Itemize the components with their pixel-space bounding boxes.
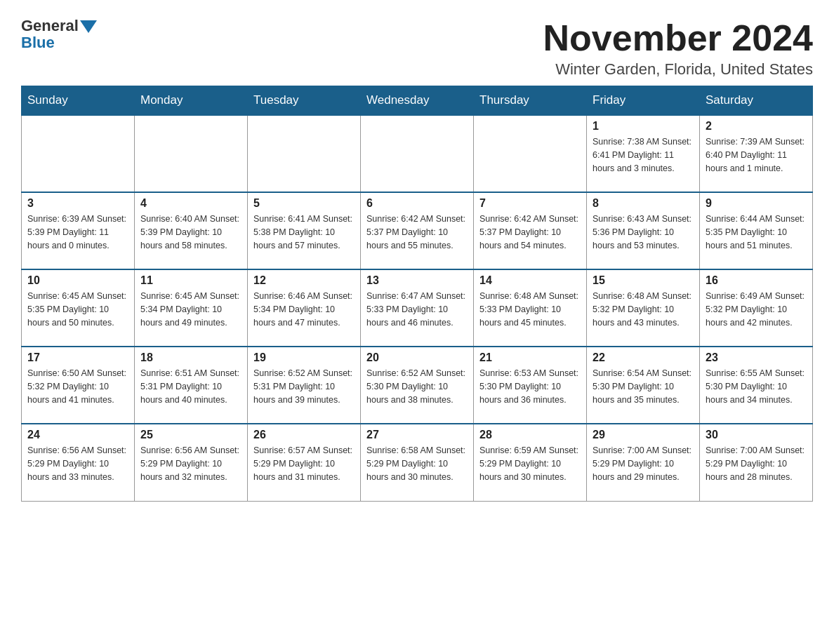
day-info: Sunrise: 6:40 AM Sunset: 5:39 PM Dayligh…	[140, 213, 241, 252]
calendar-title: November 2024	[543, 17, 813, 59]
title-block: November 2024 Winter Garden, Florida, Un…	[543, 17, 813, 79]
header-row: SundayMondayTuesdayWednesdayThursdayFrid…	[22, 86, 813, 116]
calendar-cell: 3Sunrise: 6:39 AM Sunset: 5:39 PM Daylig…	[22, 192, 135, 269]
day-number: 7	[479, 197, 581, 210]
header-monday: Monday	[135, 86, 248, 116]
calendar-cell: 12Sunrise: 6:46 AM Sunset: 5:34 PM Dayli…	[248, 269, 361, 347]
day-info: Sunrise: 6:49 AM Sunset: 5:32 PM Dayligh…	[706, 290, 807, 329]
day-number: 8	[593, 197, 694, 210]
week-row-2: 3Sunrise: 6:39 AM Sunset: 5:39 PM Daylig…	[22, 192, 813, 269]
logo-general: General	[21, 17, 79, 35]
day-info: Sunrise: 6:45 AM Sunset: 5:34 PM Dayligh…	[140, 290, 241, 329]
day-number: 4	[140, 197, 241, 210]
week-row-1: 1Sunrise: 7:38 AM Sunset: 6:41 PM Daylig…	[22, 115, 813, 192]
day-number: 14	[479, 274, 581, 287]
day-info: Sunrise: 6:56 AM Sunset: 5:29 PM Dayligh…	[140, 444, 241, 483]
day-number: 28	[479, 429, 581, 441]
calendar-cell: 14Sunrise: 6:48 AM Sunset: 5:33 PM Dayli…	[474, 269, 587, 347]
day-info: Sunrise: 6:44 AM Sunset: 5:35 PM Dayligh…	[706, 213, 807, 252]
day-info: Sunrise: 6:42 AM Sunset: 5:37 PM Dayligh…	[366, 213, 468, 252]
header-thursday: Thursday	[474, 86, 587, 116]
calendar-cell	[135, 115, 248, 192]
day-number: 16	[706, 274, 807, 287]
calendar-cell: 16Sunrise: 6:49 AM Sunset: 5:32 PM Dayli…	[700, 269, 813, 347]
week-row-3: 10Sunrise: 6:45 AM Sunset: 5:35 PM Dayli…	[22, 269, 813, 347]
calendar-cell: 15Sunrise: 6:48 AM Sunset: 5:32 PM Dayli…	[587, 269, 700, 347]
calendar-cell: 30Sunrise: 7:00 AM Sunset: 5:29 PM Dayli…	[700, 424, 813, 501]
day-number: 25	[140, 429, 241, 441]
calendar-cell	[474, 115, 587, 192]
logo-blue: Blue	[21, 34, 55, 52]
calendar-cell: 24Sunrise: 6:56 AM Sunset: 5:29 PM Dayli…	[22, 424, 135, 501]
day-info: Sunrise: 6:56 AM Sunset: 5:29 PM Dayligh…	[27, 444, 128, 483]
calendar-cell: 26Sunrise: 6:57 AM Sunset: 5:29 PM Dayli…	[248, 424, 361, 501]
week-row-5: 24Sunrise: 6:56 AM Sunset: 5:29 PM Dayli…	[22, 424, 813, 501]
day-number: 23	[706, 351, 807, 364]
day-number: 15	[593, 274, 694, 287]
header-tuesday: Tuesday	[248, 86, 361, 116]
day-info: Sunrise: 6:53 AM Sunset: 5:30 PM Dayligh…	[479, 367, 581, 406]
day-info: Sunrise: 6:42 AM Sunset: 5:37 PM Dayligh…	[479, 213, 581, 252]
calendar-cell: 23Sunrise: 6:55 AM Sunset: 5:30 PM Dayli…	[700, 347, 813, 424]
day-number: 6	[366, 197, 468, 210]
day-number: 10	[27, 274, 128, 287]
week-row-4: 17Sunrise: 6:50 AM Sunset: 5:32 PM Dayli…	[22, 347, 813, 424]
day-info: Sunrise: 7:38 AM Sunset: 6:41 PM Dayligh…	[593, 135, 694, 175]
day-info: Sunrise: 6:48 AM Sunset: 5:32 PM Dayligh…	[593, 290, 694, 329]
day-number: 17	[27, 351, 128, 364]
day-number: 5	[253, 197, 355, 210]
calendar-cell: 2Sunrise: 7:39 AM Sunset: 6:40 PM Daylig…	[700, 115, 813, 192]
calendar-cell: 27Sunrise: 6:58 AM Sunset: 5:29 PM Dayli…	[361, 424, 474, 501]
calendar-cell: 10Sunrise: 6:45 AM Sunset: 5:35 PM Dayli…	[22, 269, 135, 347]
header-friday: Friday	[587, 86, 700, 116]
calendar-cell: 28Sunrise: 6:59 AM Sunset: 5:29 PM Dayli…	[474, 424, 587, 501]
calendar-cell: 22Sunrise: 6:54 AM Sunset: 5:30 PM Dayli…	[587, 347, 700, 424]
header-wednesday: Wednesday	[361, 86, 474, 116]
calendar-cell: 4Sunrise: 6:40 AM Sunset: 5:39 PM Daylig…	[135, 192, 248, 269]
day-number: 22	[593, 351, 694, 364]
calendar-cell	[361, 115, 474, 192]
day-info: Sunrise: 6:41 AM Sunset: 5:38 PM Dayligh…	[253, 213, 355, 252]
calendar-table: SundayMondayTuesdayWednesdayThursdayFrid…	[21, 86, 813, 502]
day-info: Sunrise: 6:55 AM Sunset: 5:30 PM Dayligh…	[706, 367, 807, 406]
calendar-cell: 9Sunrise: 6:44 AM Sunset: 5:35 PM Daylig…	[700, 192, 813, 269]
day-info: Sunrise: 6:52 AM Sunset: 5:30 PM Dayligh…	[366, 367, 468, 406]
day-number: 13	[366, 274, 468, 287]
day-info: Sunrise: 6:57 AM Sunset: 5:29 PM Dayligh…	[253, 444, 355, 483]
day-info: Sunrise: 6:54 AM Sunset: 5:30 PM Dayligh…	[593, 367, 694, 406]
calendar-cell	[22, 115, 135, 192]
calendar-cell: 13Sunrise: 6:47 AM Sunset: 5:33 PM Dayli…	[361, 269, 474, 347]
day-info: Sunrise: 6:45 AM Sunset: 5:35 PM Dayligh…	[27, 290, 128, 329]
day-info: Sunrise: 6:58 AM Sunset: 5:29 PM Dayligh…	[366, 444, 468, 483]
calendar-cell: 11Sunrise: 6:45 AM Sunset: 5:34 PM Dayli…	[135, 269, 248, 347]
day-number: 29	[593, 429, 694, 441]
calendar-cell: 17Sunrise: 6:50 AM Sunset: 5:32 PM Dayli…	[22, 347, 135, 424]
day-info: Sunrise: 6:59 AM Sunset: 5:29 PM Dayligh…	[479, 444, 581, 483]
calendar-cell: 18Sunrise: 6:51 AM Sunset: 5:31 PM Dayli…	[135, 347, 248, 424]
day-number: 24	[27, 429, 128, 441]
logo: General Blue	[21, 17, 97, 52]
day-number: 9	[706, 197, 807, 210]
day-info: Sunrise: 6:50 AM Sunset: 5:32 PM Dayligh…	[27, 367, 128, 406]
day-info: Sunrise: 7:00 AM Sunset: 5:29 PM Dayligh…	[706, 444, 807, 483]
calendar-cell: 1Sunrise: 7:38 AM Sunset: 6:41 PM Daylig…	[587, 115, 700, 192]
day-info: Sunrise: 6:39 AM Sunset: 5:39 PM Dayligh…	[27, 213, 128, 252]
day-number: 27	[366, 429, 468, 441]
calendar-subtitle: Winter Garden, Florida, United States	[543, 60, 813, 79]
day-number: 20	[366, 351, 468, 364]
day-info: Sunrise: 6:43 AM Sunset: 5:36 PM Dayligh…	[593, 213, 694, 252]
header-saturday: Saturday	[700, 86, 813, 116]
day-number: 26	[253, 429, 355, 441]
day-number: 12	[253, 274, 355, 287]
calendar-cell: 20Sunrise: 6:52 AM Sunset: 5:30 PM Dayli…	[361, 347, 474, 424]
day-info: Sunrise: 6:51 AM Sunset: 5:31 PM Dayligh…	[140, 367, 241, 406]
day-number: 1	[593, 120, 694, 133]
day-number: 2	[706, 120, 807, 133]
day-number: 21	[479, 351, 581, 364]
calendar-cell: 29Sunrise: 7:00 AM Sunset: 5:29 PM Dayli…	[587, 424, 700, 501]
calendar-cell: 5Sunrise: 6:41 AM Sunset: 5:38 PM Daylig…	[248, 192, 361, 269]
day-info: Sunrise: 6:47 AM Sunset: 5:33 PM Dayligh…	[366, 290, 468, 329]
calendar-cell	[248, 115, 361, 192]
day-info: Sunrise: 6:48 AM Sunset: 5:33 PM Dayligh…	[479, 290, 581, 329]
calendar-cell: 25Sunrise: 6:56 AM Sunset: 5:29 PM Dayli…	[135, 424, 248, 501]
